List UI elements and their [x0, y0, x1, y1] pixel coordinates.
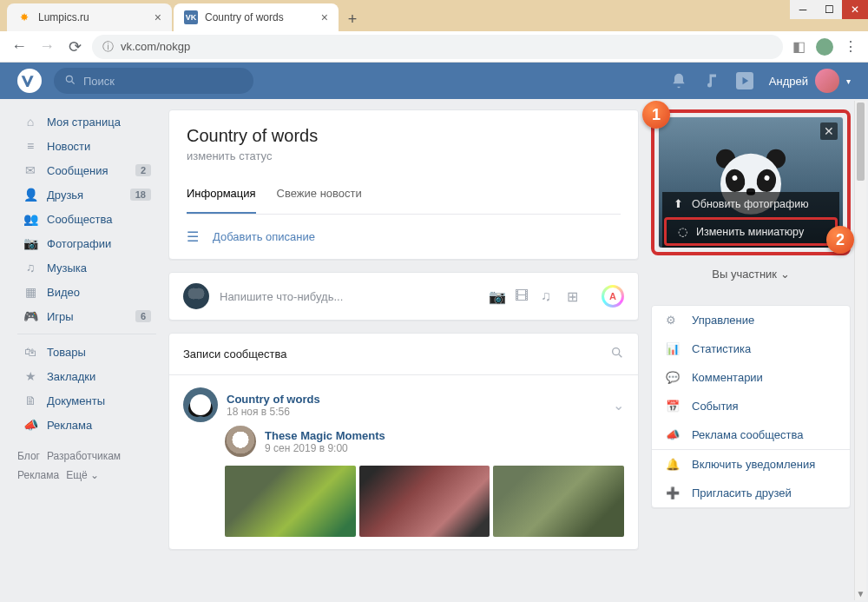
- footer-link-blog[interactable]: Блог: [17, 450, 40, 462]
- admin-item-notify[interactable]: 🔔Включить уведомления: [652, 450, 850, 479]
- music-icon[interactable]: [703, 72, 720, 89]
- add-description-button[interactable]: ☰ Добавить описание: [169, 215, 638, 259]
- svg-point-2: [613, 348, 620, 355]
- sidebar-item-video[interactable]: ▦Видео: [17, 280, 156, 304]
- compose-avatar: [183, 283, 209, 309]
- member-status[interactable]: Вы участник ⌄: [651, 255, 851, 293]
- status-link[interactable]: изменить статус: [187, 149, 621, 162]
- back-button[interactable]: ←: [9, 36, 30, 57]
- notifications-icon[interactable]: [670, 72, 687, 89]
- update-photo-label: Обновить фотографию: [692, 198, 809, 210]
- reload-button[interactable]: ⟳: [64, 36, 85, 57]
- post-image[interactable]: [225, 466, 356, 537]
- search-placeholder: Поиск: [83, 75, 115, 88]
- sidebar-item-label: Новости: [47, 140, 90, 153]
- site-info-icon[interactable]: ⓘ: [102, 39, 114, 55]
- close-icon[interactable]: ×: [155, 10, 161, 24]
- sidebar-item-friends[interactable]: 👤Друзья18: [17, 182, 156, 207]
- profile-tabs: Информация Свежие новости: [187, 175, 621, 215]
- close-icon[interactable]: ✕: [820, 122, 838, 140]
- minimize-button[interactable]: ─: [790, 0, 816, 19]
- admin-item-manage[interactable]: ⚙Управление: [652, 306, 850, 334]
- bell-icon: 🔔: [666, 458, 681, 471]
- browser-tab-active[interactable]: VK Country of words ×: [174, 3, 339, 31]
- music-icon: ♫: [23, 261, 38, 275]
- browser-tab[interactable]: ✸ Lumpics.ru ×: [7, 3, 172, 31]
- attach-video-icon[interactable]: 🎞: [515, 288, 530, 304]
- sidebar-item-documents[interactable]: 🗎Документы: [17, 388, 156, 413]
- forward-button[interactable]: →: [36, 36, 57, 57]
- chevron-down-icon[interactable]: ⌄: [613, 397, 624, 413]
- search-icon: [64, 74, 76, 89]
- wall-post: Country of words 18 ноя в 5:56 ⌄ These M…: [169, 375, 638, 549]
- maximize-button[interactable]: ☐: [816, 0, 842, 19]
- sidebar-item-label: Фотографии: [47, 237, 111, 250]
- svg-line-1: [72, 81, 75, 83]
- page-title: Country of words: [187, 126, 621, 146]
- sidebar-item-ads[interactable]: 📣Реклама: [17, 413, 156, 437]
- sidebar-item-label: Сообщения: [47, 164, 108, 177]
- admin-label: Управление: [692, 314, 754, 327]
- close-icon[interactable]: ×: [321, 10, 328, 24]
- admin-item-comments[interactable]: 💬Комментарии: [652, 363, 850, 392]
- compose-box[interactable]: Напишите что-нибудь... 📷 🎞 ♫ ⊞: [168, 272, 639, 321]
- footer-link-more[interactable]: Ещё ⌄: [66, 469, 99, 481]
- sidebar-item-label: Закладки: [47, 370, 95, 383]
- sidebar-item-games[interactable]: 🎮Игры6: [17, 304, 156, 328]
- admin-item-ads[interactable]: 📣Реклама сообщества: [652, 420, 850, 449]
- video-play-icon[interactable]: [736, 72, 753, 89]
- change-thumbnail-button[interactable]: ◌ Изменить миниатюру: [664, 217, 838, 246]
- scroll-thumb[interactable]: [857, 103, 865, 181]
- svg-point-0: [66, 76, 72, 82]
- repost-avatar[interactable]: [225, 426, 256, 457]
- footer-link-devs[interactable]: Разработчикам: [47, 450, 121, 462]
- scroll-down-icon[interactable]: ▼: [855, 586, 866, 600]
- camera-icon: 📷: [23, 236, 38, 250]
- post-image[interactable]: [359, 466, 490, 537]
- extension-icon[interactable]: ◧: [790, 38, 807, 56]
- sidebar-item-market[interactable]: 🛍Товары: [17, 340, 156, 364]
- sidebar-item-label: Видео: [47, 286, 80, 299]
- badge: 2: [135, 164, 151, 176]
- profile-icon[interactable]: [816, 38, 833, 56]
- admin-item-events[interactable]: 📅События: [652, 392, 850, 420]
- scrollbar[interactable]: ▲ ▼: [854, 101, 866, 600]
- sidebar-item-messages[interactable]: ✉Сообщения2: [17, 158, 156, 182]
- tab-info[interactable]: Информация: [187, 175, 256, 214]
- footer-link-ads[interactable]: Реклама: [17, 469, 59, 481]
- search-icon[interactable]: [610, 346, 624, 362]
- sidebar-item-label: Игры: [47, 310, 74, 323]
- vk-logo[interactable]: [17, 69, 42, 93]
- new-tab-button[interactable]: +: [340, 7, 365, 31]
- stats-icon: 📊: [666, 342, 681, 355]
- update-photo-button[interactable]: ⬆ Обновить фотографию: [662, 192, 839, 215]
- admin-item-stats[interactable]: 📊Статистика: [652, 334, 850, 363]
- attach-music-icon[interactable]: ♫: [541, 288, 556, 304]
- sidebar-item-profile[interactable]: ⌂Моя страница: [17, 109, 156, 134]
- sidebar-item-photos[interactable]: 📷Фотографии: [17, 231, 156, 255]
- user-menu[interactable]: Андрей ▾: [769, 69, 851, 93]
- post-avatar[interactable]: [183, 387, 218, 422]
- feed-icon: ≡: [23, 139, 38, 153]
- admin-item-invite[interactable]: ➕Пригласить друзей: [652, 479, 850, 507]
- tab-news[interactable]: Свежие новости: [277, 175, 362, 214]
- search-input[interactable]: Поиск: [54, 68, 253, 94]
- main-column: Country of words изменить статус Информа…: [168, 109, 639, 592]
- add-description-label: Добавить описание: [213, 230, 315, 243]
- menu-icon[interactable]: ⋮: [842, 38, 859, 56]
- url-field[interactable]: ⓘ vk.com/nokgp: [92, 35, 783, 59]
- sidebar-item-groups[interactable]: 👥Сообщества: [17, 207, 156, 231]
- tab-title: Lumpics.ru: [38, 11, 89, 23]
- sidebar-item-music[interactable]: ♫Музыка: [17, 255, 156, 280]
- sidebar-item-news[interactable]: ≡Новости: [17, 134, 156, 158]
- window-close-button[interactable]: ✕: [842, 0, 868, 19]
- post-author[interactable]: Country of words: [227, 393, 320, 406]
- post-image[interactable]: [493, 466, 624, 537]
- admin-label: Реклама сообщества: [692, 428, 804, 441]
- upload-icon: ⬆: [671, 197, 685, 210]
- story-button[interactable]: [602, 285, 624, 308]
- repost-author[interactable]: These Magic Moments: [265, 429, 385, 442]
- sidebar-item-bookmarks[interactable]: ★Закладки: [17, 364, 156, 388]
- attach-more-icon[interactable]: ⊞: [567, 288, 582, 304]
- attach-photo-icon[interactable]: 📷: [489, 288, 504, 304]
